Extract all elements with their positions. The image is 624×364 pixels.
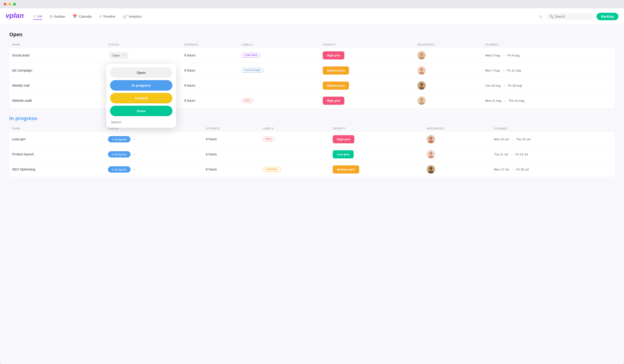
priority-cell: High prio [320, 93, 415, 108]
priority-cell: Medium prio [320, 78, 415, 93]
svg-text:vplan: vplan [6, 12, 24, 19]
labels-cell: PRIO [239, 93, 320, 108]
planned-cell: Mon 7 Aug → Fri 11 Aug [482, 63, 615, 78]
avatar [427, 165, 435, 174]
planned-text: Tue 11 Jul → Fri 21 Jul [494, 153, 528, 156]
inprogress-section-title: In progress [9, 115, 615, 121]
status-cell: In progress → [105, 162, 203, 177]
estimate-cell: 6 hours [203, 147, 260, 162]
col-name: NAME [9, 41, 106, 48]
tab-timeline[interactable]: ≡ Timeline [99, 13, 115, 20]
svg-point-2 [420, 53, 423, 56]
planned-cell: Wed 2 Aug → Fri 4 Aug [482, 48, 615, 63]
status-label: In progress [112, 168, 127, 171]
svg-point-17 [429, 152, 433, 155]
tab-list[interactable]: ≡ List [33, 13, 42, 20]
dropdown-option-done[interactable]: Done [110, 106, 172, 116]
status-badge[interactable]: In progress [108, 136, 130, 142]
task-name: Weekly mail [9, 78, 106, 93]
priority-cell: Low prio [330, 147, 424, 162]
logo: vplan [6, 11, 24, 21]
priority-badge: High prio [333, 135, 354, 143]
table-row: SEO Optimising In progress → 6 hours CON… [9, 162, 615, 177]
labels-cell [260, 147, 330, 162]
priority-badge: High prio [323, 97, 344, 105]
planned-text: Mon 17 Jul → Fri 28 Jul [494, 168, 529, 171]
timeline-icon: ≡ [99, 14, 102, 19]
search-input[interactable] [555, 15, 587, 18]
open-section-table: NAME STATUS ESTIMATE LABELS PRIORITY RES… [9, 41, 615, 108]
labels-cell: PRIO [260, 132, 330, 147]
col-name: NAME [9, 125, 105, 132]
close-button[interactable] [4, 3, 6, 6]
tab-kanban[interactable]: ⊞ Kanban [50, 13, 65, 20]
dropdown-option-open[interactable]: Open [110, 67, 172, 78]
labels-cell [239, 78, 320, 93]
calendar-icon: 📅 [73, 14, 77, 19]
backlog-button[interactable]: Backlog [597, 13, 618, 20]
planned-cell: Mon 17 Jul → Fri 28 Jul [491, 162, 615, 177]
top-navigation: vplan ≡ List ⊞ Kanban 📅 Calendar ≡ Timel… [0, 8, 624, 25]
tab-list-label: List [37, 14, 42, 18]
status-badge[interactable]: In progress [108, 166, 130, 173]
status-cell: In progress → [105, 132, 203, 147]
tab-calendar[interactable]: 📅 Calendar [73, 13, 92, 20]
resources-cell [415, 93, 482, 108]
priority-cell: Medium prio [320, 63, 415, 78]
expand-icon[interactable]: ⊹ [539, 14, 543, 19]
open-table-header: NAME STATUS ESTIMATE LABELS PRIORITY RES… [9, 41, 615, 48]
col-priority: PRIORITY [330, 125, 424, 132]
status-dropdown-container: Open → Open In progress Control Done [109, 52, 179, 59]
maximize-button[interactable] [13, 3, 16, 6]
estimate-cell: 6 hours [182, 48, 239, 63]
planned-text: Mon 10 Jul → Thu 20 Jul [494, 137, 530, 141]
main-content: Open NAME STATUS ESTIMATE LABELS PRIORIT… [0, 25, 624, 364]
status-badge[interactable]: Open → [109, 52, 129, 59]
table-row: Weekly mail Open 6 hours Medium prio [9, 78, 615, 93]
table-row: Website audit Open 6 hours PRIO High pri… [9, 93, 615, 108]
col-estimate: ESTIMATE [182, 41, 239, 48]
col-planned: PLANNED [482, 41, 615, 48]
col-labels: LABELS [239, 41, 320, 48]
col-resources: RESOURCES [415, 41, 482, 48]
priority-cell: Medium prio [330, 162, 424, 177]
col-status: STATUS [106, 41, 182, 48]
task-name: SEO Optimising [9, 162, 105, 177]
task-name: Product launch [9, 147, 105, 162]
task-name: Website audit [9, 93, 106, 108]
table-row: Q4 Campaign Open 6 hours POSTPONED Mediu… [9, 63, 615, 78]
minimize-button[interactable] [8, 3, 11, 6]
priority-badge: Medium prio [323, 82, 349, 90]
status-label: Open [112, 54, 120, 57]
tab-analytics[interactable]: 📈 Analytics [123, 13, 142, 20]
col-priority: PRIORITY [320, 41, 415, 48]
status-arrow-icon: → [122, 53, 125, 57]
table-row: Social posts Open → Open In progress [9, 48, 615, 63]
inprogress-section-table: NAME STATUS ESTIMATE LABELS PRIORITY RES… [9, 125, 615, 177]
resources-cell [415, 78, 482, 93]
search-bar[interactable]: 🔍 [546, 13, 593, 20]
status-badge[interactable]: In progress [108, 151, 130, 158]
avatar [427, 150, 435, 159]
tab-analytics-label: Analytics [129, 15, 142, 18]
dropdown-search-input[interactable] [110, 118, 172, 124]
nav-right: ⊹ 🔍 Backlog [539, 13, 618, 20]
svg-point-5 [420, 68, 423, 71]
label-badge: CONTROL [263, 167, 281, 172]
status-arrow-icon: → [132, 137, 136, 141]
search-icon: 🔍 [549, 15, 553, 18]
task-name: Social posts [9, 48, 106, 63]
list-icon: ≡ [33, 14, 36, 18]
estimate-cell: 6 hours [182, 93, 239, 108]
dropdown-option-control[interactable]: Control [110, 93, 172, 103]
planned-text: Wed 2 Aug → Fri 4 Aug [485, 54, 520, 57]
label-badge: POSTPONED [241, 68, 263, 73]
task-name: Q4 Campaign [9, 63, 106, 78]
resources-cell [424, 132, 491, 147]
status-label: In progress [112, 137, 127, 141]
estimate-cell: 6 hours [203, 162, 260, 177]
svg-point-20 [429, 167, 433, 170]
dropdown-option-inprogress[interactable]: In progress [110, 80, 172, 91]
status-cell: Open → Open In progress Control Done [106, 48, 182, 63]
planned-text: Mon 7 Aug → Fri 11 Aug [485, 69, 521, 72]
